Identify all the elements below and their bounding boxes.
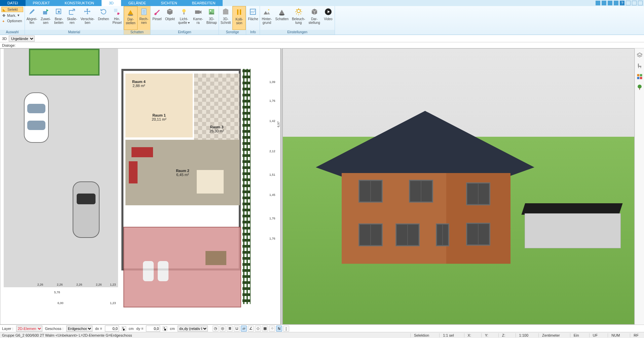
tree-icon[interactable] bbox=[636, 84, 643, 91]
ribbon-btn-verschieben[interactable]: Verschie- ben bbox=[79, 6, 97, 30]
geschoss-dropdown[interactable]: Erdgeschos bbox=[66, 326, 92, 332]
win-icon-1[interactable] bbox=[596, 1, 600, 5]
dim-b-3: 2,26 bbox=[96, 283, 102, 286]
dim-r-4: 1,51 bbox=[269, 173, 275, 176]
snap-angle-icon[interactable]: ∠ bbox=[248, 326, 254, 332]
ribbon-btn-bitmap3d[interactable]: 3D- Bitmap bbox=[205, 6, 219, 30]
svg-rect-19 bbox=[640, 74, 642, 77]
minimize-icon[interactable] bbox=[626, 1, 631, 5]
stepper-icon[interactable]: ▲▼ bbox=[163, 326, 167, 331]
snap-target-icon[interactable]: ◎ bbox=[220, 326, 226, 332]
stepper-icon[interactable]: ▲▼ bbox=[122, 326, 126, 331]
mark-tool[interactable]: ✥ Mark. ▾ bbox=[1, 13, 23, 18]
ribbon-btn-flaeche[interactable]: m²Fläche bbox=[246, 6, 260, 30]
maximize-icon[interactable] bbox=[632, 1, 637, 5]
schatten-einst-icon bbox=[277, 7, 287, 16]
select-tool[interactable]: Selekt bbox=[1, 7, 23, 12]
help-icon[interactable]: ? bbox=[620, 1, 624, 5]
win-icon-3[interactable] bbox=[608, 1, 612, 5]
ribbon-btn-objekt[interactable]: Objekt bbox=[163, 6, 177, 30]
snap-clock-icon[interactable]: ◷ bbox=[213, 326, 219, 332]
menu-tab-bearbeiten[interactable]: BEARBEITEN bbox=[185, 0, 223, 6]
snap-n-icon[interactable]: N bbox=[276, 326, 282, 332]
options-tool[interactable]: + Optionen bbox=[1, 18, 23, 23]
svg-rect-11 bbox=[240, 9, 241, 15]
ribbon-btn-rechnen[interactable]: Rech- nen bbox=[138, 6, 150, 30]
snap-magnet-icon[interactable]: ⊔ bbox=[234, 326, 240, 332]
ribbon-btn-lichtquelle[interactable]: Licht- quelle ▾ bbox=[177, 6, 191, 30]
dy-unit: cm bbox=[170, 327, 175, 331]
layer-dropdown[interactable]: 2D-Elemen bbox=[16, 326, 42, 332]
ribbon-btn-label: Hinter- grund bbox=[262, 17, 272, 25]
rechnen-icon bbox=[139, 7, 149, 16]
status-rf: RF bbox=[630, 333, 642, 337]
snap-grid-icon[interactable]: ▦ bbox=[262, 326, 268, 332]
coord-mode-dropdown[interactable]: dx,dy (relativ ka bbox=[178, 326, 208, 332]
status-uf: UF bbox=[589, 333, 601, 337]
win-icon-4[interactable] bbox=[614, 1, 618, 5]
terrace bbox=[123, 227, 241, 307]
status-z: Z: bbox=[498, 333, 509, 337]
menu-tab-sichten[interactable]: SICHTEN bbox=[153, 0, 184, 6]
bitmap3d-icon bbox=[207, 7, 216, 16]
menu-tab-gelaende[interactable]: GELÄNDE bbox=[121, 0, 154, 6]
menu-tab-projekt[interactable]: PROJEKT bbox=[26, 0, 58, 6]
view-mode-label: 3D bbox=[2, 37, 7, 41]
dim-r-total: 6,97 bbox=[277, 121, 280, 127]
window bbox=[409, 180, 433, 203]
status-unit: Zentimeter bbox=[538, 333, 563, 337]
menu-tab-datei[interactable]: DATEI bbox=[0, 0, 26, 6]
ribbon-btn-bearbeiten[interactable]: Bear- beiten bbox=[52, 6, 65, 30]
window bbox=[436, 223, 449, 246]
schnitt3d-icon bbox=[221, 7, 230, 16]
close-icon[interactable] bbox=[638, 1, 643, 5]
plan-canvas: Raum 4 2,88 m² Raum 1 20,11 m² Raum 3 25… bbox=[0, 49, 280, 324]
ribbon-btn-kollision[interactable]: Kolli- sion bbox=[232, 6, 246, 30]
snap-stack-icon[interactable]: ≣ bbox=[227, 326, 233, 332]
chair-icon[interactable] bbox=[636, 62, 643, 69]
snap-icon-row: ◷ ◎ ≣ ⊔ ▱ ∠ ◇ ▦ ⁘ N ¦ bbox=[213, 326, 289, 332]
snap-cursor-icon[interactable]: ¦ bbox=[283, 326, 289, 332]
ribbon-btn-label: Hin. Pinsel bbox=[112, 17, 121, 25]
room-4-area: 2,88 m² bbox=[132, 84, 145, 88]
svg-point-14 bbox=[268, 9, 269, 10]
menu-tab-3d[interactable]: 3D bbox=[102, 0, 121, 6]
svg-point-9 bbox=[210, 10, 211, 11]
ribbon-btn-label: Drehen bbox=[98, 17, 109, 21]
ribbon-btn-pinsel[interactable]: Pinsel bbox=[151, 6, 163, 30]
ribbon-btn-label: Abgrei- fen bbox=[27, 17, 37, 25]
terrain-dropdown[interactable]: Urgelände bbox=[9, 36, 35, 42]
ribbon-btn-label: Zuwei- sen bbox=[41, 17, 51, 25]
snap-dots-icon[interactable]: ⁘ bbox=[269, 326, 275, 332]
chevron-down-icon: ▾ bbox=[17, 13, 20, 17]
ribbon-btn-video[interactable]: Video bbox=[322, 6, 335, 30]
ribbon-btn-zuweisen[interactable]: Zuwei- sen bbox=[39, 6, 52, 30]
win-icon-2[interactable] bbox=[602, 1, 606, 5]
snap-line-icon[interactable]: ▱ bbox=[241, 326, 247, 332]
view-2d-plan[interactable]: Raum 4 2,88 m² Raum 1 20,11 m² Raum 3 25… bbox=[0, 48, 281, 325]
menu-tab-konstruktion[interactable]: KONSTRUKTION bbox=[57, 0, 101, 6]
ribbon-btn-schatten-darstellen[interactable]: Dar- stellen bbox=[124, 6, 138, 30]
svg-point-3 bbox=[128, 14, 133, 16]
snap-diamond-icon[interactable]: ◇ bbox=[255, 326, 261, 332]
layers-icon[interactable] bbox=[636, 52, 643, 58]
ribbon-btn-hintergrund[interactable]: Hinter- grund bbox=[260, 6, 273, 30]
cursor-icon bbox=[3, 8, 6, 11]
garage-roof bbox=[521, 203, 622, 215]
ribbon-btn-abgreifen[interactable]: Abgrei- fen bbox=[25, 6, 39, 30]
car-top-gray bbox=[73, 181, 100, 238]
dx-input[interactable] bbox=[105, 326, 119, 332]
abgreifen-icon bbox=[27, 7, 37, 16]
palette-icon[interactable] bbox=[636, 73, 643, 80]
ribbon-btn-schatten-einst[interactable]: Schatten bbox=[273, 6, 290, 30]
view-3d[interactable] bbox=[282, 48, 635, 325]
ribbon-btn-kamera[interactable]: Kame- ra bbox=[191, 6, 204, 30]
dy-input[interactable] bbox=[146, 326, 160, 332]
ribbon-btn-hin-pinsel[interactable]: Hin. Pinsel bbox=[111, 6, 123, 30]
ribbon-btn-beleuchtung[interactable]: Beleuch- tung bbox=[290, 6, 307, 30]
ribbon-btn-darstellung[interactable]: Dar- stellung bbox=[307, 6, 321, 30]
ribbon-btn-skalieren[interactable]: Skalie- ren bbox=[65, 6, 79, 30]
ribbon-btn-schnitt3d[interactable]: 3D- Schnitt bbox=[219, 6, 233, 30]
dim-b-0: 2,26 bbox=[37, 283, 43, 286]
ribbon-btn-drehen[interactable]: Drehen bbox=[96, 6, 111, 30]
